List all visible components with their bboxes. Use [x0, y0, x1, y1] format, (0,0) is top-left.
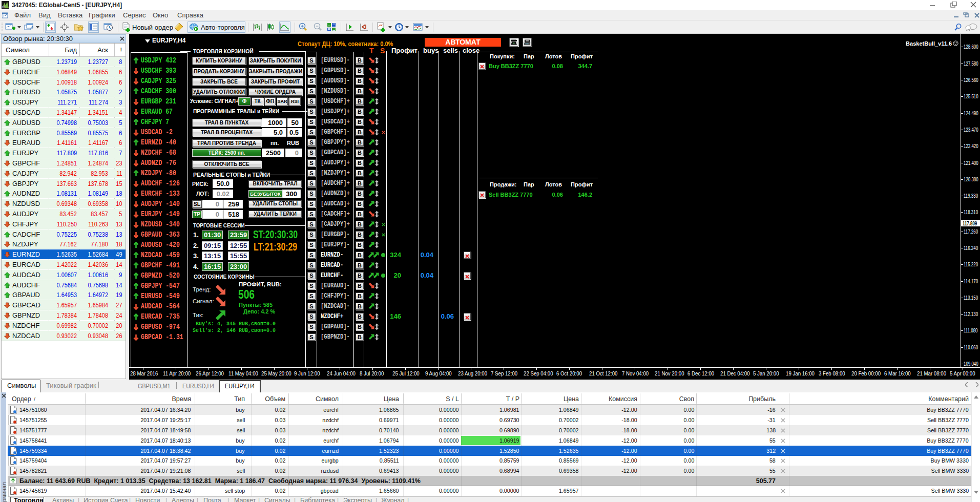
svg-text:xt: xt — [2, 5, 5, 9]
